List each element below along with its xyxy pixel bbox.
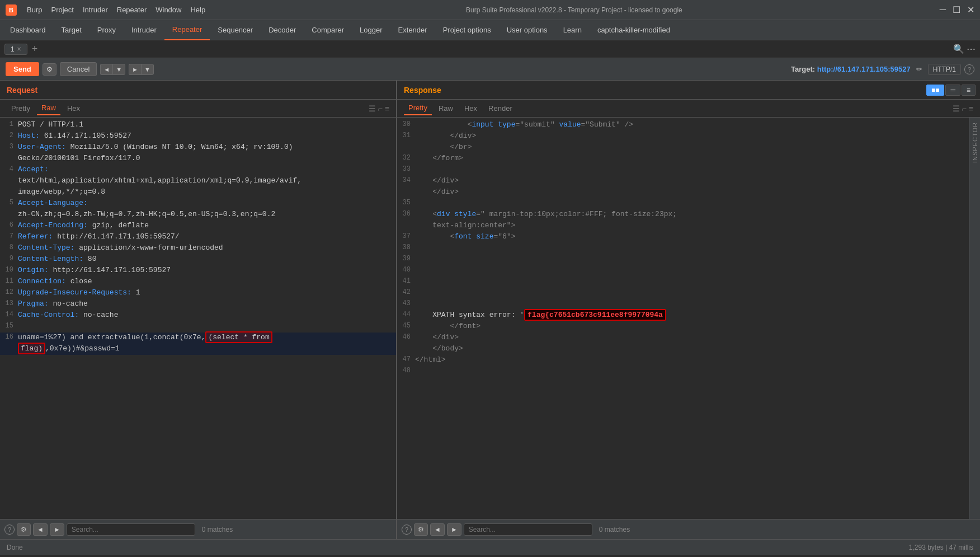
repeater-tabs: 1 ✕ + 🔍 ⋯ bbox=[0, 40, 980, 58]
tab-decoder[interactable]: Decoder bbox=[261, 20, 304, 40]
next-button[interactable]: ► bbox=[129, 64, 141, 75]
resp-line-32: 32 </form> bbox=[397, 153, 969, 165]
tab-extender[interactable]: Extender bbox=[390, 20, 435, 40]
repeater-tab-1[interactable]: 1 ✕ bbox=[4, 44, 27, 55]
resp-format-icon[interactable]: ☰ bbox=[953, 104, 960, 113]
burp-logo: B bbox=[6, 4, 17, 16]
tab-sequencer[interactable]: Sequencer bbox=[210, 20, 261, 40]
tab-logger[interactable]: Logger bbox=[352, 20, 390, 40]
settings-gear-icon[interactable]: ⚙ bbox=[43, 63, 56, 76]
panels-area: Request Pretty Raw Hex ☰ ⌐ ≡ 1 POST / HT… bbox=[0, 81, 980, 539]
tab-project-options[interactable]: Project options bbox=[435, 20, 499, 40]
send-button[interactable]: Send bbox=[6, 62, 39, 76]
menu-help[interactable]: Help bbox=[187, 4, 209, 15]
titlebar: B Burp Project Intruder Repeater Window … bbox=[0, 0, 980, 20]
resp-wrap-icon[interactable]: ⌐ bbox=[962, 104, 967, 113]
view-split-btn[interactable]: ■■ bbox=[926, 85, 945, 96]
help-icon[interactable]: ? bbox=[964, 64, 974, 74]
resp-more-icon[interactable]: ≡ bbox=[969, 104, 973, 113]
resp-line-43: 43 bbox=[397, 299, 969, 310]
prev-dropdown[interactable]: ▼ bbox=[112, 64, 125, 75]
wrap-icon[interactable]: ⌐ bbox=[378, 104, 383, 113]
add-tab-button[interactable]: + bbox=[30, 43, 40, 55]
tab-repeater[interactable]: Repeater bbox=[164, 20, 210, 40]
resp-search-settings-icon[interactable]: ⚙ bbox=[414, 523, 428, 536]
code-line-11: 11 Connection: close bbox=[0, 277, 396, 288]
resp-subtab-pretty[interactable]: Pretty bbox=[404, 101, 432, 115]
titlebar-controls: ─ ☐ ✕ bbox=[940, 4, 974, 15]
request-panel: Request Pretty Raw Hex ☰ ⌐ ≡ 1 POST / HT… bbox=[0, 81, 397, 539]
target-url: http://61.147.171.105:59527 bbox=[817, 65, 911, 73]
resp-line-41: 41 bbox=[397, 277, 969, 288]
request-matches-count: 0 matches bbox=[202, 526, 233, 533]
menu-window[interactable]: Window bbox=[152, 4, 185, 15]
code-line-9: 9 Content-Length: 80 bbox=[0, 254, 396, 265]
status-done: Done bbox=[7, 544, 23, 551]
inspector-sidebar: INSPECTOR bbox=[969, 118, 980, 519]
subtab-pretty[interactable]: Pretty bbox=[7, 102, 35, 115]
resp-line-34: 34 </div> bbox=[397, 176, 969, 187]
view-horizontal-btn[interactable]: ═ bbox=[945, 85, 960, 96]
resp-search-prev-icon[interactable]: ◄ bbox=[430, 523, 445, 536]
minimize-button[interactable]: ─ bbox=[940, 4, 946, 15]
maximize-button[interactable]: ☐ bbox=[953, 4, 960, 15]
tab-intruder[interactable]: Intruder bbox=[124, 20, 164, 40]
response-search-input[interactable] bbox=[464, 523, 592, 536]
titlebar-menu: Burp Project Intruder Repeater Window He… bbox=[23, 4, 209, 15]
resp-subtab-render[interactable]: Render bbox=[484, 102, 517, 115]
request-search-input[interactable] bbox=[67, 523, 195, 536]
tab-comparer[interactable]: Comparer bbox=[304, 20, 352, 40]
menu-burp[interactable]: Burp bbox=[23, 4, 45, 15]
close-tab-icon[interactable]: ✕ bbox=[17, 46, 21, 52]
resp-line-46b: </body> bbox=[397, 344, 969, 355]
code-line-4c: image/webp,*/*;q=0.8 bbox=[0, 187, 396, 198]
inspector-label: INSPECTOR bbox=[972, 118, 978, 167]
http-version-badge[interactable]: HTTP/1 bbox=[928, 64, 961, 75]
resp-search-help-icon[interactable]: ? bbox=[402, 525, 412, 535]
request-title: Request bbox=[4, 83, 40, 97]
menu-intruder[interactable]: Intruder bbox=[79, 4, 111, 15]
close-button[interactable]: ✕ bbox=[967, 4, 974, 15]
format-icon[interactable]: ☰ bbox=[369, 104, 376, 113]
menu-project[interactable]: Project bbox=[48, 4, 77, 15]
settings-icon[interactable]: ⋯ bbox=[967, 44, 976, 54]
next-dropdown[interactable]: ▼ bbox=[141, 64, 154, 75]
code-line-2: 2 Host: 61.147.171.105:59527 bbox=[0, 131, 396, 142]
more-icon[interactable]: ≡ bbox=[385, 104, 389, 113]
view-tabs-btn[interactable]: ≡ bbox=[962, 85, 976, 96]
subtab-hex[interactable]: Hex bbox=[63, 102, 84, 115]
resp-line-36b: text-align:center"> bbox=[397, 221, 969, 232]
code-line-4b: text/html,application/xhtml+xml,applicat… bbox=[0, 176, 396, 187]
resp-subtab-hex[interactable]: Hex bbox=[460, 102, 482, 115]
response-view-buttons: ■■ ═ ≡ bbox=[926, 85, 976, 96]
flag-value: flag{c7651cb673c911ee8f9977094a bbox=[524, 309, 666, 321]
response-code-area[interactable]: 30 <input type="submit" value="Submit" /… bbox=[397, 118, 969, 519]
resp-search-next-icon[interactable]: ► bbox=[447, 523, 461, 536]
resp-subtab-raw[interactable]: Raw bbox=[434, 102, 458, 115]
injection-highlight-1: (select * from bbox=[205, 331, 272, 343]
req-search-settings-icon[interactable]: ⚙ bbox=[17, 523, 31, 536]
tab-captcha-killer[interactable]: captcha-killer-modified bbox=[590, 20, 678, 40]
resp-line-47: 47 </html> bbox=[397, 355, 969, 366]
resp-line-38: 38 bbox=[397, 243, 969, 254]
req-search-help-icon[interactable]: ? bbox=[4, 525, 15, 535]
tab-dashboard[interactable]: Dashboard bbox=[2, 20, 54, 40]
req-search-prev-icon[interactable]: ◄ bbox=[33, 523, 48, 536]
tab-proxy[interactable]: Proxy bbox=[89, 20, 124, 40]
req-search-next-icon[interactable]: ► bbox=[50, 523, 64, 536]
subtab-raw[interactable]: Raw bbox=[37, 101, 60, 115]
tab-learn[interactable]: Learn bbox=[555, 20, 590, 40]
code-line-6: 6 Accept-Encoding: gzip, deflate bbox=[0, 221, 396, 232]
cancel-button[interactable]: Cancel bbox=[60, 62, 97, 76]
prev-button[interactable]: ◄ bbox=[100, 64, 112, 75]
resp-line-30: 30 <input type="submit" value="Submit" /… bbox=[397, 120, 969, 131]
resp-line-36: 36 <div style=" margin-top:10px;color:#F… bbox=[397, 209, 969, 221]
tab-target[interactable]: Target bbox=[54, 20, 89, 40]
tab-user-options[interactable]: User options bbox=[499, 20, 555, 40]
request-code-area[interactable]: 1 POST / HTTP/1.1 2 Host: 61.147.171.105… bbox=[0, 118, 396, 519]
code-line-5: 5 Accept-Language: bbox=[0, 198, 396, 209]
edit-target-icon[interactable]: ✏ bbox=[916, 65, 922, 73]
request-search-bar: ? ⚙ ◄ ► 0 matches bbox=[0, 519, 396, 539]
menu-repeater[interactable]: Repeater bbox=[114, 4, 150, 15]
search-icon[interactable]: 🔍 bbox=[953, 44, 964, 54]
